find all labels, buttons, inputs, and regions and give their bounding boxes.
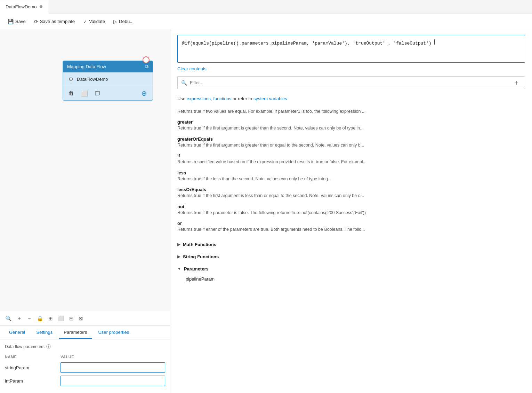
node-box[interactable]: Mapping Data Flow ⧉ ⚙ DataFlowDemo 🗑 ⬜ ❐…	[63, 61, 153, 101]
expression-text: @if(equals(pipeline().parameters.pipelin…	[182, 41, 432, 46]
func-item-greater: greater Returns true if the first argume…	[177, 119, 525, 132]
main-area: Mapping Data Flow ⧉ ⚙ DataFlowDemo 🗑 ⬜ ❐…	[0, 29, 532, 393]
func-desc-equals: Returns true if two values are equal. Fo…	[177, 109, 525, 115]
param-item-pipeline[interactable]: pipelineParam	[177, 274, 525, 284]
func-item-lessorequals: lessOrEquals Returns true if the first a…	[177, 187, 525, 199]
node-copy-icon[interactable]: ⬜	[81, 90, 88, 97]
section-string-arrow: ▶	[177, 254, 180, 259]
section-parameters[interactable]: ▼ Parameters	[177, 264, 525, 274]
filter-bar: 🔍 ＋	[177, 76, 525, 89]
validate-button[interactable]: ✓ Validate	[80, 17, 108, 26]
node-actions: 🗑 ⬜ ❐ ⊕	[63, 86, 153, 100]
func-item-or: or Returns true if either of the paramet…	[177, 221, 525, 233]
help-text: Use expressions, functions or refer to s…	[177, 95, 525, 102]
section-math-arrow: ▶	[177, 242, 180, 247]
node-header-label: Mapping Data Flow	[67, 64, 106, 69]
tab-user-properties[interactable]: User properties	[93, 326, 134, 339]
params-label: Data flow parameters ⓘ	[5, 344, 165, 350]
save-button[interactable]: 💾 Save	[4, 17, 29, 26]
func-desc-greaterorequals: Returns true if the first argument is gr…	[177, 142, 525, 149]
func-name-less: less	[177, 170, 525, 175]
func-desc-not: Returns true if the parameter is false. …	[177, 210, 525, 216]
panel-tabs: General Settings Parameters User propert…	[0, 326, 170, 339]
section-string-label: String Functions	[183, 254, 219, 259]
right-panel: @if(equals(pipeline().parameters.pipelin…	[170, 29, 532, 393]
func-name-greater: greater	[177, 119, 525, 125]
tab-dataflewdemo[interactable]: DataFlowDemo	[0, 0, 48, 14]
tab-settings[interactable]: Settings	[31, 326, 57, 339]
func-item-less: less Returns true if the less than the s…	[177, 170, 525, 182]
save-icon: 💾	[8, 19, 14, 24]
debug-button[interactable]: ▷ Debu...	[110, 17, 137, 26]
canvas-minus-icon[interactable]: －	[26, 314, 33, 323]
node-add-icon[interactable]: ⊕	[141, 89, 147, 97]
func-desc-if: Returns a specified value based on if th…	[177, 159, 525, 165]
params-section: Data flow parameters ⓘ NAME VALUE string…	[0, 339, 170, 393]
func-item-equals: Returns true if two values are equal. Fo…	[177, 109, 525, 115]
validate-icon: ✓	[83, 19, 87, 24]
func-name-or: or	[177, 221, 525, 226]
func-name-greaterorequals: greaterOrEquals	[177, 136, 525, 142]
save-template-button[interactable]: ⟳ Save as template	[31, 17, 78, 26]
tab-general[interactable]: General	[4, 326, 30, 339]
section-math-label: Math Functions	[183, 242, 216, 247]
func-desc-lessorequals: Returns true if the first argument is le…	[177, 193, 525, 199]
canvas-search-icon[interactable]: 🔍	[4, 314, 13, 323]
section-math-functions[interactable]: ▶ Math Functions	[177, 239, 525, 250]
node-delete-icon[interactable]: 🗑	[68, 90, 74, 96]
debug-icon: ▷	[113, 19, 117, 24]
toolbar: 💾 Save ⟳ Save as template ✓ Validate ▷ D…	[0, 14, 532, 29]
canvas-zoom-icon[interactable]: ⊞	[47, 314, 54, 323]
system-variables-link[interactable]: system variables	[253, 96, 288, 101]
canvas-grid-icon[interactable]: ⊟	[68, 314, 75, 323]
section-params-arrow: ▼	[177, 267, 181, 271]
expression-box[interactable]: @if(equals(pipeline().parameters.pipelin…	[177, 35, 525, 63]
canvas-toolbar: 🔍 ＋ － 🔒 ⊞ ⬜ ⊟ ⊠	[0, 311, 170, 326]
func-desc-less: Returns true if the less than the second…	[177, 176, 525, 182]
func-desc-greater: Returns true if the first argument is gr…	[177, 125, 525, 132]
param-input-string[interactable]	[61, 362, 165, 373]
node-circle	[143, 56, 150, 63]
node-open-icon[interactable]: ⧉	[145, 64, 148, 70]
function-list: Returns true if two values are equal. Fo…	[177, 108, 525, 238]
func-item-not: not Returns true if the parameter is fal…	[177, 204, 525, 216]
section-params-label: Parameters	[184, 266, 209, 272]
params-table-header: NAME VALUE	[5, 353, 165, 360]
expressions-functions-link[interactable]: expressions, functions	[187, 96, 233, 101]
node-body-icon: ⚙	[68, 76, 73, 82]
param-row-int: intParam	[5, 376, 165, 386]
node-header: Mapping Data Flow ⧉	[63, 61, 153, 72]
param-row-string: stringParam	[5, 362, 165, 373]
params-info-icon: ⓘ	[46, 344, 51, 350]
filter-search-icon: 🔍	[181, 80, 187, 86]
func-name-if: if	[177, 153, 525, 158]
func-item-greaterorequals: greaterOrEquals Returns true if the firs…	[177, 136, 525, 149]
node-container: Mapping Data Flow ⧉ ⚙ DataFlowDemo 🗑 ⬜ ❐…	[63, 61, 153, 101]
tab-label: DataFlowDemo	[6, 4, 37, 9]
bottom-panel: General Settings Parameters User propert…	[0, 326, 170, 393]
save-template-icon: ⟳	[34, 19, 38, 24]
node-body: ⚙ DataFlowDemo	[63, 72, 153, 86]
node-body-label: DataFlowDemo	[77, 77, 108, 82]
canvas-fit-icon[interactable]: ⬜	[57, 314, 65, 323]
left-panel: Mapping Data Flow ⧉ ⚙ DataFlowDemo 🗑 ⬜ ❐…	[0, 29, 170, 393]
tab-bar: DataFlowDemo	[0, 0, 532, 14]
canvas-area[interactable]: Mapping Data Flow ⧉ ⚙ DataFlowDemo 🗑 ⬜ ❐…	[0, 29, 170, 311]
filter-add-button[interactable]: ＋	[511, 78, 521, 87]
canvas-layout-icon[interactable]: ⊠	[78, 314, 84, 323]
param-name-int: intParam	[5, 378, 61, 384]
func-desc-or: Returns true if either of the parameters…	[177, 227, 525, 233]
func-item-if: if Returns a specified value based on if…	[177, 153, 525, 165]
tab-dot	[40, 5, 42, 8]
canvas-lock-icon[interactable]: 🔒	[36, 314, 45, 323]
tab-parameters[interactable]: Parameters	[59, 326, 92, 339]
node-clone-icon[interactable]: ❐	[95, 90, 100, 97]
param-input-int[interactable]	[61, 376, 165, 386]
func-name-not: not	[177, 204, 525, 209]
filter-input[interactable]	[190, 80, 509, 85]
param-name-string: stringParam	[5, 365, 61, 370]
canvas-add-icon[interactable]: ＋	[16, 314, 23, 323]
func-name-lessorequals: lessOrEquals	[177, 187, 525, 192]
section-string-functions[interactable]: ▶ String Functions	[177, 251, 525, 262]
clear-contents-link[interactable]: Clear contents	[177, 66, 525, 71]
